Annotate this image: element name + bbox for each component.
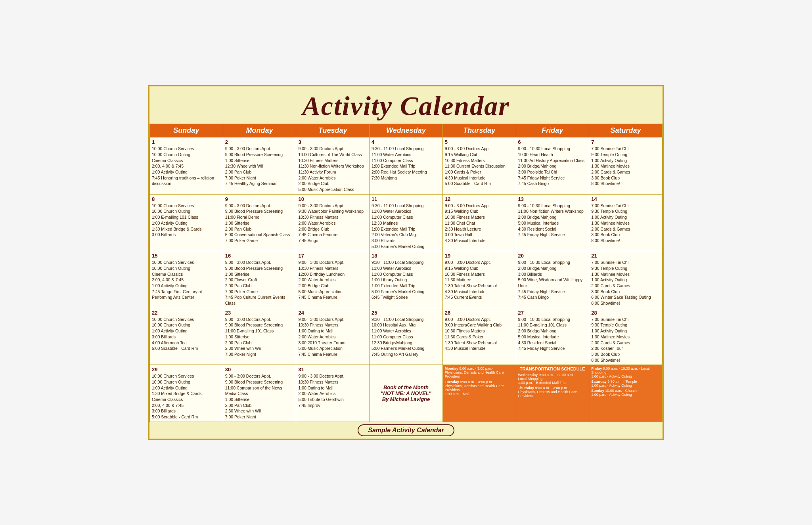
cell-events: 9:00 - 3:00 Doctors Appt.9:00 Blood Pres… [225, 317, 294, 357]
event-item: 10:00 Church Outing [152, 208, 221, 214]
cell-events: 9:30 - 11:00 Local Shopping11:00 Water A… [372, 260, 440, 300]
event-item: 7:00 Sunrise Tai Chi [591, 146, 660, 152]
event-item: 7:00 Poker Game [225, 289, 294, 295]
date-number: 18 [372, 253, 440, 259]
event-item: 10:00 Cultures of The World Class [298, 152, 367, 158]
date-number: 22 [152, 310, 221, 316]
event-item: 10:30 Fitness Matters [298, 379, 367, 385]
event-item: 2:30 Health Lecture [445, 226, 514, 232]
date-number: 20 [518, 253, 587, 259]
cell-events: 9:30 - 11:00 Local Shopping11:00 Water A… [372, 146, 440, 181]
event-item: 2:30 Whee with Wii [225, 346, 294, 351]
event-item: 7:45 Cinema Feature [298, 351, 367, 357]
header-saturday: Saturday [589, 124, 663, 137]
event-item: 2:00 Cards & Games [591, 169, 660, 175]
header-tuesday: Tuesday [296, 124, 370, 137]
footer-label: Sample Activity Calendar [149, 422, 663, 439]
cell-week3-day7: 217:00 Sunrise Tai Chi9:30 Temple Outing… [589, 251, 663, 308]
event-item: 3:00 Billiards [372, 238, 440, 244]
event-item: 1:30 Talent Show Rehearsal [445, 340, 514, 346]
event-item: 10:00 Church Services [152, 203, 221, 209]
event-item: 5:00 Scrabble - Card Rm [152, 414, 221, 420]
event-item: 5:00 Farmer's Market Outing [372, 244, 440, 250]
cell-events: 10:00 Church Services10:00 Church Outing… [152, 203, 221, 238]
transport-monday: Monday 9:00 a.m. - 3:00 p.m.-Physicians,… [445, 367, 514, 378]
event-item: 2:00, 4:00 & 7:45 [152, 403, 221, 409]
event-item: 12:30 Matinee [372, 220, 440, 226]
event-item: 6:00 Winter Sake Tasting Outing [591, 294, 660, 300]
event-item: 9:00 Blood Pressure Screening [225, 152, 294, 158]
event-item: 11:00 Non-fiction Writers Workshop [518, 208, 587, 214]
calendar-wrapper: Activity Calendar Sunday Monday Tuesday … [148, 85, 664, 440]
cell-week3-day4: 189:30 - 11:00 Local Shopping11:00 Water… [370, 251, 443, 308]
event-item: 3:00 Book Club [591, 289, 660, 295]
cell-events: 9:00 - 10:30 Local Shopping11:00 Non-fic… [518, 203, 587, 238]
header-monday: Monday [223, 124, 296, 137]
cell-events: 9:30 - 11:00 Local Shopping10:00 Hospita… [372, 317, 440, 357]
event-item: 11:00 Water Aerobics [372, 265, 440, 271]
event-item: 1:00 Activity Outing [152, 328, 221, 334]
event-item: 1:00 Activity Outing [152, 220, 221, 226]
event-item: 5:00 Music Appreciation [298, 346, 367, 351]
date-number: 2 [225, 139, 294, 145]
event-item: 3:00 Billiards [518, 271, 587, 277]
event-item: 7:00 Sunrise Tai Chi [591, 203, 660, 209]
event-item: 10:30 Fitness Matters [298, 265, 367, 271]
event-item: 12:30 Bridge/Mahjong [372, 340, 440, 346]
event-item: 10:00 Church Services [152, 260, 221, 265]
cell-events: 9:00 - 3:00 Doctors Appt.9:15 Walking Cl… [445, 203, 514, 244]
event-item: 5:00 Tribute to Gershwin [298, 397, 367, 403]
event-item: 11:00 Floral Demo [225, 214, 294, 220]
event-item: 9:00 - 3:00 Doctors Appt. [298, 146, 367, 152]
transport-thursday: Thursday 9:00 a.m. - 3:00 p.m.-Physician… [518, 386, 587, 398]
transport-tuesday: Tuesday 9:00 a.m. - 3:00 p.m.-Physicians… [445, 380, 514, 396]
event-item: 7:45 Bingo [298, 238, 367, 244]
event-item: 10:00 Church Services [152, 373, 221, 379]
event-item: 3:00 Billiards [152, 232, 221, 238]
event-item: 7:00 Sunrise Tai Chi [591, 317, 660, 323]
event-item: 1:30 Mixed Bridge & Cards [152, 226, 221, 232]
event-item: 6:45 Twilight Soiree [372, 294, 440, 300]
event-item: 1:00 Outing to Mall [298, 385, 367, 391]
event-item: 1:00 Sitterise [225, 158, 294, 164]
event-item: 2:00 Water Aerobics [298, 220, 367, 226]
event-item: 10:00 Church Services [152, 317, 221, 323]
header-sunday: Sunday [150, 124, 223, 137]
date-number: 15 [152, 253, 221, 259]
event-item: 2:00 Pan Club [225, 283, 294, 289]
cell-events: 7:00 Sunrise Tai Chi9:30 Temple Outing1:… [591, 260, 660, 306]
event-item: 9:00 - 3:00 Doctors Appt. [298, 317, 367, 323]
event-item: 10:00 Church Services [152, 146, 221, 152]
event-item: 1:00 Extended Mall Trip [372, 283, 440, 289]
event-item: 11:00 E-mailing 101 Class [518, 322, 587, 328]
date-number: 8 [152, 196, 221, 202]
event-item: 10:30 Fitness Matters [445, 158, 514, 164]
event-item: 9:30 - 11:00 Local Shopping [372, 203, 440, 209]
event-item: 1:30 Mixed Bridge & Cards [152, 391, 221, 397]
event-item: 2:00 Pan Club [225, 403, 294, 409]
cell-week5-day1: 2910:00 Church Services10:00 Church Outi… [150, 365, 223, 422]
event-item: Cinema Classics [152, 397, 221, 403]
date-number: 16 [225, 253, 294, 259]
cell-week1-day3: 39:00 - 3:00 Doctors Appt.10:00 Cultures… [296, 137, 370, 195]
event-item: 8:00 Showtime! [591, 300, 660, 306]
event-item: 2:00 Bridge/Mahjong [518, 214, 587, 220]
cell-week2-day2: 99:00 - 3:00 Doctors Appt.9:00 Blood Pre… [223, 194, 296, 251]
calendar-title: Activity Calendar [302, 91, 509, 121]
event-item: 7:00 Poker Night [225, 414, 294, 420]
cell-week1-day6: 69:00 - 10:30 Local Shopping10:00 Heart … [516, 137, 589, 195]
event-item: 3:00 Billiards [152, 334, 221, 340]
event-item: 7:45 Friday Night Service [518, 346, 587, 351]
date-number: 25 [372, 310, 440, 316]
cell-events: 9:00 - 3:00 Doctors Appt.9:00 Blood Pres… [225, 146, 294, 187]
cell-events: 7:00 Sunrise Tai Chi9:30 Temple Outing1:… [591, 146, 660, 187]
cell-events: 7:00 Sunrise Tai Chi9:30 Temple Outing1:… [591, 317, 660, 363]
event-item: 2:00, 4:00 & 7:45 [152, 163, 221, 169]
event-item: Cinema Classics [152, 158, 221, 164]
event-item: 2:00 Pan Club [225, 169, 294, 175]
event-item: 1:00 Sitterise [225, 271, 294, 277]
cell-week3-day1: 1510:00 Church Services10:00 Church Outi… [150, 251, 223, 308]
event-item: 1:00 Activity Outing [152, 385, 221, 391]
event-item: 9:00 Blood Pressure Screening [225, 379, 294, 385]
cell-events: 9:00 - 3:00 Doctors Appt.9:00 Blood Pres… [225, 373, 294, 420]
